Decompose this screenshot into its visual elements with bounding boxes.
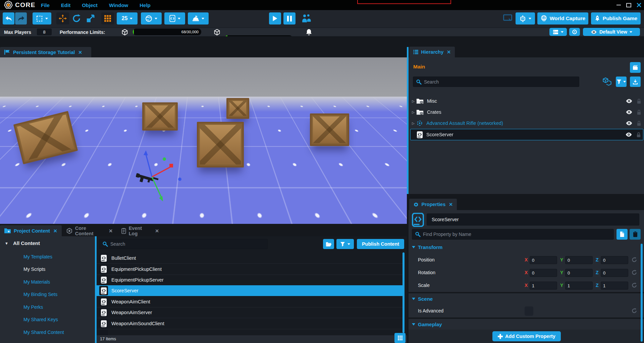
script-dropdown[interactable] — [164, 12, 185, 24]
grid-view-button[interactable] — [394, 333, 406, 343]
tree-item-my-shared-keys[interactable]: My Shared Keys — [23, 317, 58, 322]
viewport-3d[interactable] — [0, 57, 407, 224]
tab-event-log[interactable]: Event Log ✕ — [117, 225, 163, 236]
hierarchy-item-scoreserver-selected[interactable]: ScoreServer — [410, 129, 643, 140]
hierarchy-search-input[interactable] — [413, 77, 579, 87]
gizmo-z-axis[interactable] — [146, 154, 152, 177]
menu-help[interactable]: Help — [140, 2, 151, 8]
file-row-partial[interactable] — [97, 329, 404, 335]
tree-item-my-templates[interactable]: My Templates — [23, 254, 52, 259]
file-row-bulletclient[interactable]: BulletClient — [97, 253, 404, 264]
file-row-equipmentpickupclient[interactable]: EquipmentPickupClient — [97, 264, 404, 275]
add-custom-property-button[interactable]: Add Custom Property — [492, 331, 561, 341]
lock-icon[interactable] — [637, 109, 641, 115]
rotation-y-input[interactable] — [565, 269, 593, 277]
tab-close[interactable]: ✕ — [53, 228, 57, 234]
lock-icon[interactable] — [636, 132, 641, 138]
file-row-weaponaimserver[interactable]: WeaponAimServer — [97, 307, 404, 318]
tree-item-my-scripts[interactable]: My Scripts — [23, 266, 45, 272]
transform-section-header[interactable]: Transform — [412, 244, 442, 250]
redo-button[interactable] — [15, 12, 27, 24]
publish-content-button[interactable]: Publish Content — [357, 239, 404, 249]
content-filter-button[interactable] — [336, 239, 354, 249]
property-search-input[interactable] — [412, 229, 614, 240]
content-search-input[interactable] — [99, 239, 268, 249]
tree-item-all-content[interactable]: ▼ All Content — [5, 240, 40, 246]
rotation-z-input[interactable] — [601, 269, 628, 277]
pause-button[interactable] — [283, 12, 296, 24]
tab-close[interactable]: ✕ — [155, 228, 159, 234]
grid-snap-button[interactable] — [101, 12, 114, 24]
tree-item-my-perks[interactable]: My Perks — [23, 304, 43, 310]
position-y-input[interactable] — [565, 256, 593, 264]
hierarchy-filter-button[interactable] — [616, 77, 627, 87]
bot-test-dropdown[interactable] — [516, 12, 535, 24]
crate[interactable] — [372, 189, 407, 224]
copy-properties-button[interactable] — [616, 229, 628, 240]
visibility-eye-icon[interactable] — [626, 110, 633, 114]
gizmo-y-axis[interactable] — [152, 177, 161, 197]
multiplayer-preview-button[interactable] — [301, 13, 311, 24]
template-group-icon[interactable] — [602, 77, 612, 86]
paste-properties-button[interactable] — [630, 229, 641, 240]
position-z-input[interactable] — [601, 256, 628, 264]
reset-icon[interactable] — [631, 282, 637, 288]
viewport-tab-close[interactable]: ✕ — [78, 50, 82, 55]
scale-x-input[interactable] — [530, 282, 557, 290]
hierarchy-item-misc[interactable]: ▷ Misc — [410, 96, 643, 106]
target-view-button[interactable] — [569, 28, 580, 36]
viewport-tab[interactable]: Persistent Storage Tutorial ✕ — [0, 47, 91, 57]
crate[interactable] — [142, 102, 178, 131]
gameplay-section-header[interactable]: Gameplay — [412, 322, 442, 327]
open-folder-button[interactable] — [323, 239, 334, 249]
properties-scrollbar[interactable] — [641, 244, 643, 342]
scene-manager-button[interactable] — [630, 62, 641, 73]
visibility-eye-icon[interactable] — [625, 132, 632, 137]
object-name-input[interactable] — [427, 213, 639, 226]
menu-edit[interactable]: Edit — [61, 2, 70, 8]
move-tool-button[interactable] — [56, 12, 69, 24]
position-x-input[interactable] — [530, 256, 557, 264]
tab-close[interactable]: ✕ — [109, 228, 113, 234]
hierarchy-tab-close[interactable]: ✕ — [447, 49, 451, 55]
reset-icon[interactable] — [631, 257, 637, 263]
publish-game-button[interactable]: Publish Game — [591, 12, 641, 24]
default-view-dropdown[interactable]: Default View — [583, 28, 640, 36]
scale-z-input[interactable] — [601, 282, 628, 290]
file-row-weaponaimsoundclient[interactable]: WeaponAimSoundClient — [97, 318, 404, 329]
file-row-weaponaimclient[interactable]: WeaponAimClient — [97, 296, 404, 307]
scale-y-input[interactable] — [565, 282, 593, 290]
rotation-x-input[interactable] — [530, 269, 557, 277]
scene-section-header[interactable]: Scene — [412, 296, 433, 302]
hierarchy-item-crates[interactable]: ▷ Crates — [410, 107, 643, 117]
restore-button[interactable] — [626, 3, 631, 7]
visibility-eye-icon[interactable] — [626, 121, 633, 126]
lock-icon[interactable] — [637, 120, 641, 126]
gizmo-x-axis[interactable] — [152, 167, 170, 177]
tree-item-my-binding-sets[interactable]: My Binding Sets — [23, 292, 57, 297]
tree-item-my-shared-content[interactable]: My Shared Content — [23, 330, 64, 335]
crate[interactable] — [226, 98, 249, 119]
preview-screen-button[interactable] — [503, 14, 513, 24]
file-row-equipmentpickupserver[interactable]: EquipmentPickupServer — [97, 275, 404, 286]
is-advanced-checkbox[interactable] — [525, 306, 533, 316]
hierarchy-item-assault-rifle[interactable]: ▷ Advanced Assault Rifle (networked) — [410, 118, 643, 129]
storage-dropdown[interactable] — [549, 28, 567, 36]
menu-window[interactable]: Window — [109, 2, 128, 8]
grid-size-dropdown[interactable]: 25 — [117, 12, 138, 24]
select-tool-button[interactable] — [33, 12, 51, 24]
terrain-dropdown[interactable] — [188, 12, 209, 24]
crate[interactable] — [374, 130, 407, 174]
crate[interactable] — [197, 122, 244, 167]
expand-chevron-icon[interactable]: ▷ — [410, 110, 416, 114]
crate[interactable] — [310, 113, 349, 146]
expand-chevron-icon[interactable]: ▷ — [410, 99, 416, 103]
scale-tool-button[interactable] — [86, 14, 95, 24]
hierarchy-tab[interactable]: Hierarchy ✕ — [409, 47, 455, 57]
tab-core-content[interactable]: Core Content ✕ — [62, 225, 117, 236]
rotate-tool-button[interactable] — [72, 14, 81, 24]
close-button[interactable] — [637, 3, 641, 7]
world-capture-button[interactable]: World Capture — [537, 12, 588, 24]
environment-dropdown[interactable] — [141, 12, 162, 24]
undo-button[interactable] — [3, 12, 14, 24]
